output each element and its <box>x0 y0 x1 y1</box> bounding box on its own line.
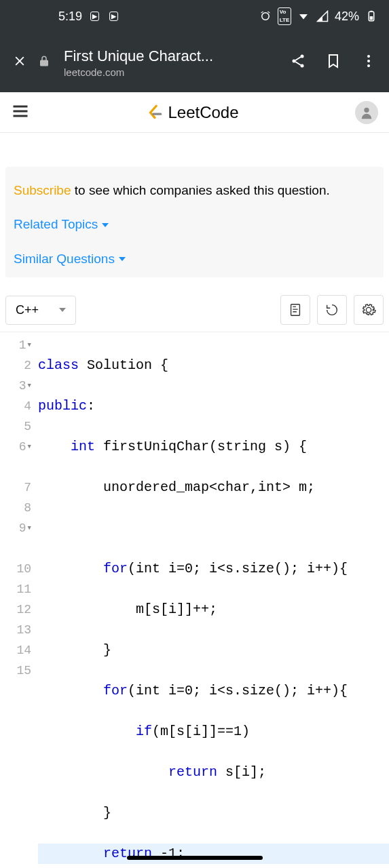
editor-toolbar: C++ <box>5 295 384 325</box>
chevron-down-icon <box>59 308 66 312</box>
language-select[interactable]: C++ <box>5 296 76 325</box>
svg-point-8 <box>367 64 370 67</box>
close-icon[interactable] <box>12 54 27 71</box>
brand[interactable]: LeetCode <box>30 103 355 122</box>
battery-text: 42% <box>335 9 359 24</box>
avatar[interactable] <box>355 101 378 124</box>
svg-rect-1 <box>370 16 373 20</box>
page-domain: leetcode.com <box>64 66 274 78</box>
app-icon-2: ▶ <box>107 9 120 23</box>
battery-icon <box>365 9 378 23</box>
subscribe-link[interactable]: Subscribe <box>14 183 71 197</box>
code-body[interactable]: class Solution { public: int firstUniqCh… <box>38 332 389 868</box>
status-bar: 5:19 ▶ ▶ VoLTE 42% <box>0 0 389 33</box>
svg-point-7 <box>367 60 370 62</box>
code-editor[interactable]: 1▼ 2 3▼ 4 5 6▼ 7 8 9▼ 10 11 12 13 14 15 … <box>0 332 389 868</box>
bookmark-icon[interactable] <box>325 53 341 72</box>
chevron-down-icon <box>102 223 109 227</box>
svg-rect-2 <box>371 11 373 12</box>
svg-rect-10 <box>291 304 300 316</box>
browser-bar: First Unique Charact... leetcode.com <box>0 33 389 92</box>
lock-icon <box>38 55 50 70</box>
leetcode-logo-icon <box>146 104 164 121</box>
brand-text: LeetCode <box>168 103 238 122</box>
subscribe-notice: Subscribe to see which companies asked t… <box>5 167 384 277</box>
gesture-bar[interactable] <box>127 856 263 860</box>
line-gutter: 1▼ 2 3▼ 4 5 6▼ 7 8 9▼ 10 11 12 13 14 15 <box>0 332 38 868</box>
similar-questions-toggle[interactable]: Similar Questions <box>14 249 375 269</box>
share-icon[interactable] <box>290 53 306 72</box>
clock: 5:19 <box>58 9 82 24</box>
svg-point-6 <box>367 55 370 58</box>
wifi-off-icon <box>297 9 310 23</box>
signal-icon <box>316 9 329 23</box>
more-icon[interactable] <box>360 53 377 72</box>
problem-content: Subscribe to see which companies asked t… <box>0 167 389 868</box>
subscribe-rest: to see which companies asked this questi… <box>71 183 330 197</box>
page-title: First Unique Charact... <box>64 47 274 65</box>
svg-point-9 <box>364 107 369 112</box>
page-title-block[interactable]: First Unique Charact... leetcode.com <box>64 47 274 78</box>
menu-icon[interactable] <box>11 102 30 123</box>
chevron-down-icon <box>119 257 126 261</box>
app-header: LeetCode <box>0 92 389 133</box>
alarm-icon <box>259 9 272 23</box>
reset-button[interactable] <box>317 295 347 325</box>
app-icon-1: ▶ <box>88 9 101 23</box>
settings-button[interactable] <box>354 295 384 325</box>
lte-icon: VoLTE <box>278 9 291 23</box>
related-topics-toggle[interactable]: Related Topics <box>14 214 375 235</box>
language-label: C++ <box>16 303 39 317</box>
notes-button[interactable] <box>280 295 310 325</box>
